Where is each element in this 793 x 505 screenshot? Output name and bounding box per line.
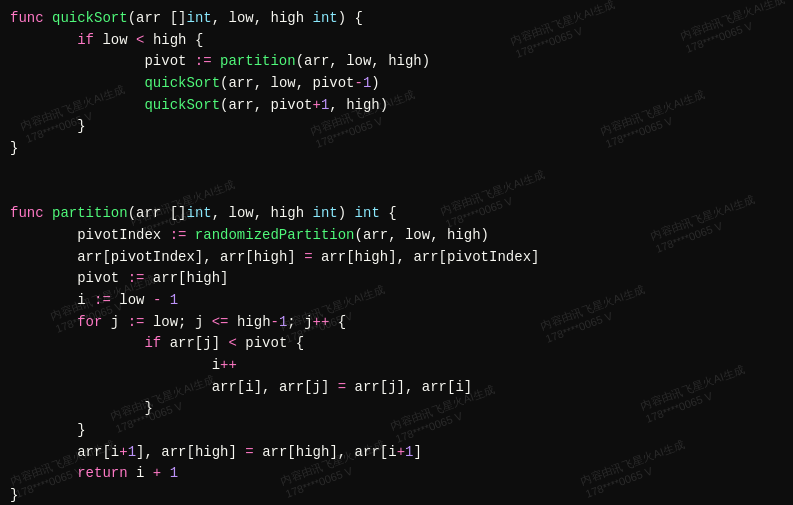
code-line	[10, 182, 783, 204]
code-line: }	[10, 116, 783, 138]
code-line: pivot := arr[high]	[10, 268, 783, 290]
code-line: for j := low; j <= high-1; j++ {	[10, 312, 783, 334]
code-editor: func quickSort(arr []int, low, high int)…	[0, 0, 793, 505]
code-line: pivotIndex := randomizedPartition(arr, l…	[10, 225, 783, 247]
code-line: i := low - 1	[10, 290, 783, 312]
code-line: if low < high {	[10, 30, 783, 52]
code-line: pivot := partition(arr, low, high)	[10, 51, 783, 73]
code-line: arr[i], arr[j] = arr[j], arr[i]	[10, 377, 783, 399]
code-line: quickSort(arr, low, pivot-1)	[10, 73, 783, 95]
code-line: }	[10, 398, 783, 420]
code-line	[10, 160, 783, 182]
code-line: i++	[10, 355, 783, 377]
code-line: func partition(arr []int, low, high int)…	[10, 203, 783, 225]
code-line: }	[10, 138, 783, 160]
code-line: quickSort(arr, pivot+1, high)	[10, 95, 783, 117]
code-line: }	[10, 420, 783, 442]
code-line: func quickSort(arr []int, low, high int)…	[10, 8, 783, 30]
code-line: }	[10, 485, 783, 505]
code-line: return i + 1	[10, 463, 783, 485]
code-line: if arr[j] < pivot {	[10, 333, 783, 355]
code-line: arr[i+1], arr[high] = arr[high], arr[i+1…	[10, 442, 783, 464]
code-line: arr[pivotIndex], arr[high] = arr[high], …	[10, 247, 783, 269]
